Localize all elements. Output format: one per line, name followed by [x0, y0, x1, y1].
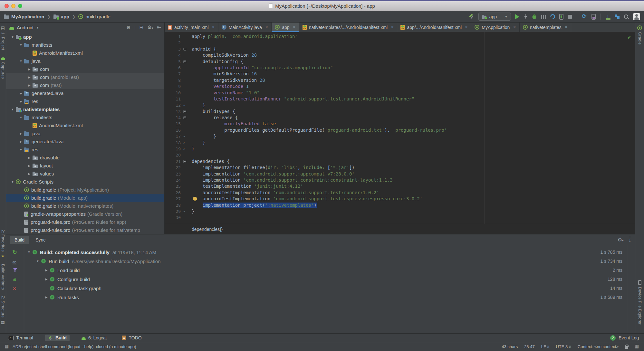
tree-row[interactable]: build.gradle (Module: app) — [6, 194, 164, 202]
tree-row[interactable]: ▼app — [6, 33, 164, 41]
status-item[interactable]: Context: <no context> — [578, 344, 619, 349]
breadcrumb-item[interactable]: app — [53, 14, 70, 19]
code-line[interactable]: 9 versionCode 1 — [165, 83, 635, 90]
stripe-button-1-project[interactable]: ▤1: Project — [1, 25, 5, 50]
hide-tool-window-icon[interactable]: ↓ — [629, 237, 631, 243]
profile-icon[interactable] — [541, 15, 546, 19]
code-line[interactable]: 5 defaultConfig { — [165, 59, 635, 65]
code-line[interactable]: 29} — [165, 208, 635, 214]
tree-expand-icon[interactable]: ▼ — [18, 43, 24, 47]
stop-icon[interactable] — [568, 15, 572, 19]
code-editor[interactable]: ✔ 1apply plugin: 'com.android.applicatio… — [165, 32, 635, 224]
close-icon[interactable] — [13, 286, 17, 290]
code-line[interactable]: 28 implementation project(':nativetempla… — [165, 202, 635, 208]
code-line[interactable]: 18 } — [165, 140, 635, 146]
tree-row[interactable]: AndroidManifest.xml — [6, 121, 164, 129]
intention-bulb-icon[interactable] — [193, 197, 197, 200]
code-line[interactable]: 4 compileSdkVersion 28 — [165, 52, 635, 58]
build-output-row[interactable]: ▶Run tasks1 s 589 ms — [24, 293, 627, 302]
gradle-sync-icon[interactable] — [582, 14, 587, 20]
avd-manager-icon[interactable] — [591, 14, 596, 20]
fold-column[interactable] — [181, 102, 188, 108]
tree-row[interactable]: proguard-rules.pro (ProGuard Rules for n… — [6, 226, 164, 234]
fold-close-icon[interactable] — [183, 147, 186, 150]
code-line[interactable]: 17 } — [165, 133, 635, 139]
tree-expand-icon[interactable]: ▼ — [18, 60, 24, 63]
build-output-row[interactable]: ▼Build: completed successfullyat 11/5/18… — [24, 248, 627, 257]
select-device-icon[interactable] — [559, 14, 563, 20]
status-item[interactable]: LF⇵ — [541, 344, 550, 349]
tree-expand-icon[interactable]: ▶ — [26, 156, 33, 159]
code-line[interactable]: 8 targetSdkVersion 28 — [165, 77, 635, 83]
code-line[interactable]: 26 androidTestImplementation 'com.androi… — [165, 190, 635, 196]
hide-panel-icon[interactable]: ⇤ — [157, 24, 161, 30]
tree-row[interactable]: ▼res — [6, 146, 164, 154]
tree-row[interactable]: build.gradle (Module: nativetemplates) — [6, 202, 164, 210]
code-line[interactable]: 13 buildTypes { — [165, 109, 635, 115]
editor-breadcrumbs[interactable]: dependencies{} — [165, 224, 635, 234]
code-line[interactable]: 12 } — [165, 102, 635, 108]
status-message[interactable]: ADB rejected shell command (logcat --hel… — [13, 344, 136, 349]
fold-column[interactable] — [181, 115, 188, 121]
code-line[interactable]: 22 implementation fileTree(dir: 'libs', … — [165, 165, 635, 171]
fold-open-icon[interactable] — [183, 160, 186, 163]
status-item[interactable]: UTF-8⇵ — [556, 344, 571, 349]
code-line[interactable]: 16 proguardFiles getDefaultProguardFile(… — [165, 127, 635, 133]
code-line[interactable]: 20 — [165, 152, 635, 158]
status-item[interactable]: 28:47 — [524, 344, 535, 349]
tree-row[interactable]: ▶layout — [6, 162, 164, 170]
tree-expand-icon[interactable]: ▶ — [26, 172, 33, 176]
run-configuration-selector[interactable]: app ▼ — [478, 13, 511, 21]
run-button[interactable] — [515, 14, 519, 19]
code-line[interactable]: 1apply plugin: 'com.android.application' — [165, 33, 635, 40]
tree-row[interactable]: ▶com — [6, 65, 164, 73]
tree-expand-icon[interactable]: ▼ — [9, 180, 16, 184]
fold-column[interactable] — [181, 133, 188, 139]
settings-icon[interactable]: ⚙▾ — [147, 24, 153, 30]
build-expand-icon[interactable]: ▶ — [43, 296, 50, 299]
stripe-button-gradle[interactable]: Gradle — [637, 25, 642, 45]
maximize-window-button[interactable] — [18, 4, 22, 8]
code-line[interactable]: 7 minSdkVersion 16 — [165, 71, 635, 77]
code-line[interactable]: 21dependencies { — [165, 158, 635, 165]
locate-icon[interactable]: ⊕ — [126, 24, 130, 30]
tree-row[interactable]: ▶drawable — [6, 154, 164, 162]
expand-all-icon[interactable] — [13, 276, 17, 281]
code-line[interactable]: 2 — [165, 40, 635, 46]
fold-close-icon[interactable] — [183, 104, 186, 107]
close-tab-icon[interactable]: ✕ — [465, 25, 468, 29]
tree-row[interactable]: ▶generatedJava — [6, 138, 164, 146]
tree-expand-icon[interactable]: ▶ — [26, 68, 33, 71]
tree-expand-icon[interactable]: ▼ — [9, 108, 16, 111]
fold-column[interactable] — [181, 46, 188, 52]
build-expand-icon[interactable]: ▶ — [43, 269, 50, 272]
attach-debugger-icon[interactable] — [549, 13, 556, 20]
build-expand-icon[interactable]: ▼ — [34, 260, 41, 263]
minimize-window-button[interactable] — [11, 4, 15, 8]
close-tab-icon[interactable]: ✕ — [212, 25, 215, 29]
tree-expand-icon[interactable]: ▶ — [18, 100, 24, 103]
fold-close-icon[interactable] — [183, 210, 186, 213]
build-panel-tab-sync[interactable]: Sync — [31, 236, 50, 244]
fold-open-icon[interactable] — [183, 116, 186, 119]
toolwindow-tab-6-logcat[interactable]: 6: Logcat — [79, 335, 110, 341]
stripe-button-z-structure[interactable]: Z: Structure▦ — [1, 296, 5, 325]
tree-row[interactable]: ▶values — [6, 170, 164, 178]
editor-tab[interactable]: activity_main.xml✕ — [165, 23, 218, 32]
close-window-button[interactable] — [5, 4, 9, 8]
tree-row[interactable]: ▶res — [6, 97, 164, 105]
lock-icon[interactable] — [625, 346, 628, 349]
breadcrumb-scope[interactable]: dependencies{} — [192, 227, 223, 232]
tree-expand-icon[interactable]: ▼ — [18, 116, 24, 119]
avatar-icon[interactable] — [633, 13, 640, 20]
code-line[interactable]: 23 implementation 'com.android.support:a… — [165, 171, 635, 177]
apply-changes-icon[interactable] — [524, 14, 527, 20]
tree-expand-icon[interactable]: ▼ — [18, 148, 24, 151]
build-panel-tab-build[interactable]: Build — [10, 236, 29, 244]
code-line[interactable]: 27 androidTestImplementation 'com.androi… — [165, 196, 635, 202]
close-tab-icon[interactable]: ✕ — [513, 25, 516, 29]
code-line[interactable]: 25 testImplementation 'junit:junit:4.12' — [165, 183, 635, 189]
tree-row[interactable]: gradle-wrapper.properties (Gradle Versio… — [6, 210, 164, 218]
fold-close-icon[interactable] — [183, 141, 186, 144]
filter-text-icon[interactable] — [13, 259, 18, 264]
